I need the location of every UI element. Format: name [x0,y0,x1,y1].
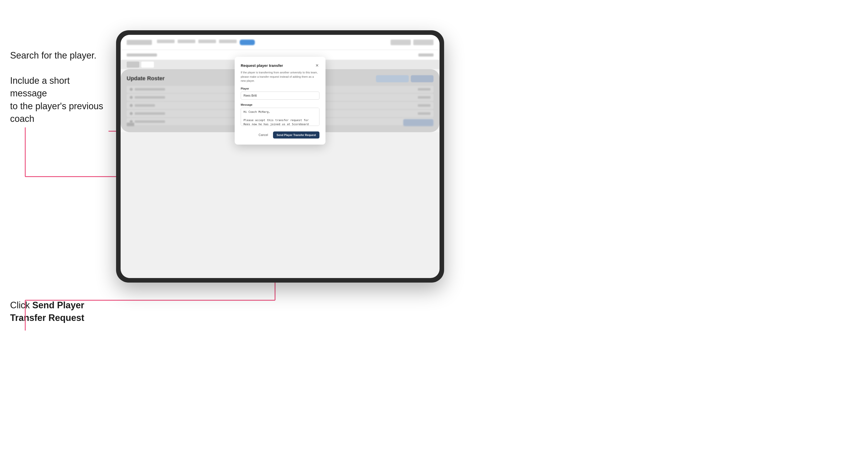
request-transfer-modal: Request player transfer ✕ If the player … [235,57,326,145]
message-textarea[interactable]: Hi Coach McHarg, Please accept this tran… [241,108,319,126]
message-field-label: Message [241,103,319,106]
nav-item-4 [219,40,237,43]
header-btn-2 [413,40,434,45]
tablet-device: Update Roster [116,30,444,283]
annotation-search-text: Search for the player. [10,49,96,62]
modal-footer: Cancel Send Player Transfer Request [241,131,319,138]
subheader-right [418,54,434,57]
app-header [121,35,439,50]
nav-item-2 [178,40,195,43]
modal-close-button[interactable]: ✕ [314,63,319,68]
send-player-transfer-request-button[interactable]: Send Player Transfer Request [273,131,319,138]
modal-header: Request player transfer ✕ [241,63,319,68]
player-field-label: Player [241,87,319,90]
modal-title: Request player transfer [241,63,283,68]
annotation-message-text: Include a short message to the player's … [10,74,106,125]
modal-description: If the player is transferring from anoth… [241,70,319,83]
player-input[interactable] [241,92,319,100]
tab-2-active [141,62,154,68]
app-nav [157,40,385,45]
cancel-button[interactable]: Cancel [256,132,271,138]
tab-1 [127,62,139,68]
app-main: Update Roster [121,69,439,132]
tablet-screen: Update Roster [121,35,439,278]
nav-item-1 [157,40,175,43]
header-right [391,40,434,45]
annotation-click-text: Click Send Player Transfer Request [10,299,84,324]
modal-overlay: Request player transfer ✕ If the player … [121,69,439,132]
nav-item-3 [198,40,216,43]
app-logo [127,40,152,45]
nav-item-active [240,40,255,45]
breadcrumb [127,54,157,57]
header-btn-1 [391,40,411,45]
